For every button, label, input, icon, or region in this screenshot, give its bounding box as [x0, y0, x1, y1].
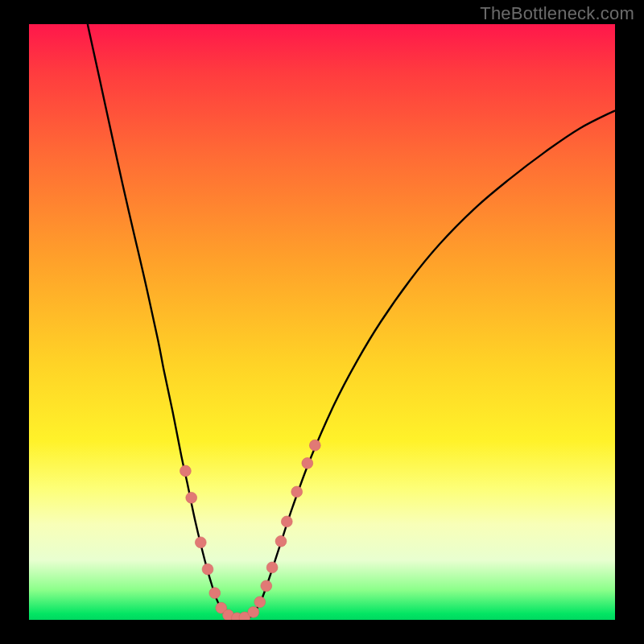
- highlight-marker: [291, 486, 303, 497]
- highlight-marker: [209, 588, 221, 599]
- highlight-marker: [275, 535, 287, 547]
- highlight-marker: [281, 516, 292, 527]
- highlight-marker: [266, 562, 278, 573]
- highlight-marker: [180, 465, 192, 477]
- chart-frame: TheBottleneck.com: [0, 0, 644, 644]
- marker-group: [180, 440, 321, 620]
- curve-left-branch: [88, 24, 229, 617]
- plot-area: [29, 24, 615, 620]
- curve-overlay: [29, 24, 615, 620]
- watermark-text: TheBottleneck.com: [480, 3, 634, 24]
- curve-right-branch: [252, 110, 615, 616]
- highlight-marker: [309, 440, 320, 451]
- highlight-marker: [302, 458, 313, 469]
- highlight-marker: [195, 537, 206, 548]
- highlight-marker: [186, 492, 197, 503]
- highlight-marker: [254, 597, 266, 608]
- highlight-marker: [248, 607, 259, 618]
- highlight-marker: [261, 580, 272, 592]
- highlight-marker: [202, 564, 213, 575]
